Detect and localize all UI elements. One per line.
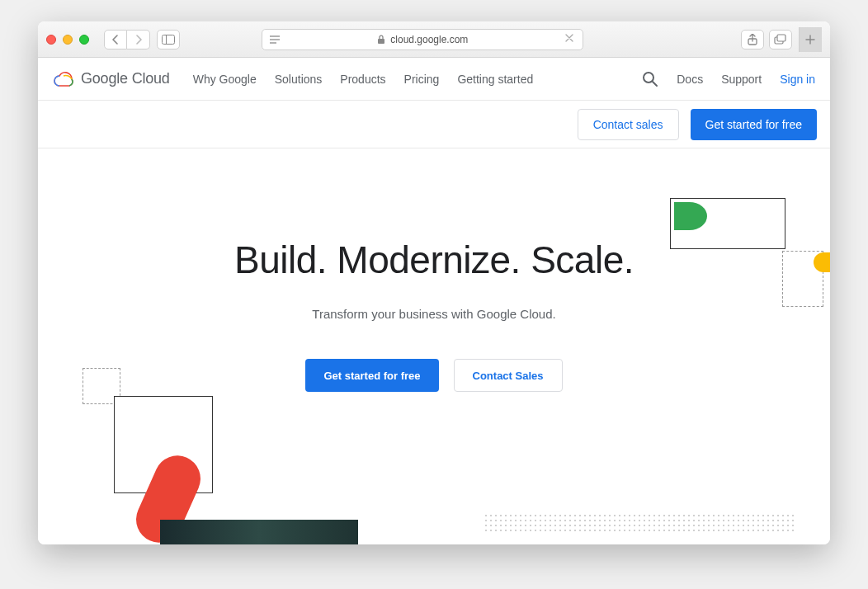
nav-products[interactable]: Products	[340, 73, 385, 86]
forward-button[interactable]	[127, 30, 150, 49]
lock-icon	[377, 35, 385, 45]
logo[interactable]: Google Cloud	[53, 70, 170, 87]
new-tab-button[interactable]	[799, 27, 822, 52]
decorative-rect	[670, 198, 785, 249]
browser-window: cloud.google.com	[38, 21, 830, 544]
hero-contact-sales-button[interactable]: Contact Sales	[454, 359, 563, 392]
fullscreen-window-button[interactable]	[79, 35, 89, 45]
sign-in-link[interactable]: Sign in	[780, 73, 815, 86]
stop-reload-icon[interactable]	[564, 33, 578, 46]
minimize-window-button[interactable]	[63, 35, 73, 45]
decorative-yellow-blob	[814, 252, 830, 272]
logo-text: Google Cloud	[81, 70, 170, 87]
svg-point-9	[644, 73, 653, 82]
nav-why-google[interactable]: Why Google	[193, 73, 257, 86]
get-started-button[interactable]: Get started for free	[691, 109, 818, 140]
url-text: cloud.google.com	[390, 34, 468, 45]
sub-bar: Contact sales Get started for free	[38, 101, 830, 148]
back-button[interactable]	[104, 30, 127, 49]
nav-docs[interactable]: Docs	[677, 73, 703, 86]
svg-line-10	[653, 82, 657, 86]
decorative-image	[160, 520, 358, 544]
search-icon[interactable]	[642, 71, 658, 87]
nav-buttons	[104, 30, 150, 49]
page-content: Google Cloud Why Google Solutions Produc…	[38, 58, 830, 544]
tabs-button[interactable]	[769, 30, 792, 49]
address-bar[interactable]: cloud.google.com	[262, 29, 583, 50]
hero: Build. Modernize. Scale. Transform your …	[38, 148, 830, 392]
sidebar-toggle-button[interactable]	[157, 30, 180, 49]
decorative-green-blob	[674, 202, 707, 230]
top-nav: Google Cloud Why Google Solutions Produc…	[38, 58, 830, 101]
svg-rect-8	[777, 35, 785, 41]
decorative-dots	[484, 513, 797, 535]
svg-rect-0	[163, 35, 175, 44]
browser-chrome: cloud.google.com	[38, 21, 830, 58]
nav-pricing[interactable]: Pricing	[404, 73, 440, 86]
window-controls	[46, 35, 89, 45]
nav-getting-started[interactable]: Getting started	[457, 73, 533, 86]
nav-support[interactable]: Support	[721, 73, 762, 86]
close-window-button[interactable]	[46, 35, 56, 45]
svg-rect-5	[378, 39, 384, 44]
cloud-logo-icon	[53, 71, 74, 87]
share-button[interactable]	[741, 30, 764, 49]
contact-sales-button[interactable]: Contact sales	[578, 109, 679, 140]
nav-solutions[interactable]: Solutions	[275, 73, 323, 86]
hero-get-started-button[interactable]: Get started for free	[305, 359, 438, 392]
hero-subhead: Transform your business with Google Clou…	[38, 307, 830, 321]
reader-mode-icon[interactable]	[266, 31, 284, 48]
